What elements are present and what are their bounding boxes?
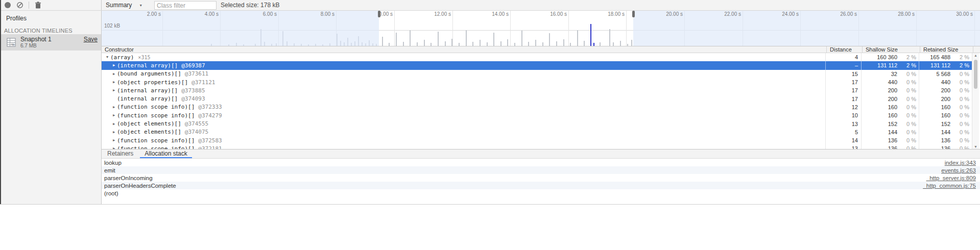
allocation-bar bbox=[590, 24, 591, 46]
perspective-select-label: Summary bbox=[106, 2, 132, 9]
column-header-retained-size[interactable]: Retained Size bbox=[920, 46, 973, 53]
retained-size-percent: 0 % bbox=[950, 79, 972, 85]
scrollbar-thumb[interactable] bbox=[974, 60, 977, 89]
clear-icon[interactable] bbox=[16, 2, 23, 11]
distance-cell: – bbox=[825, 61, 861, 69]
shallow-size-cell: 2000 % bbox=[861, 86, 919, 94]
constructor-cell: ▶(function scope info)[]@374279 bbox=[102, 111, 825, 119]
shallow-size-cell: 1360 % bbox=[861, 144, 919, 149]
stack-frame-row: lookupindex.js:343 bbox=[102, 159, 980, 166]
stack-frame-source-link[interactable]: index.js:343 bbox=[945, 160, 980, 166]
object-id: @374279 bbox=[198, 112, 222, 119]
constructor-name: (object elements)[] bbox=[117, 120, 181, 127]
tree-expander-icon[interactable]: ▶ bbox=[111, 88, 117, 92]
tree-expander-icon[interactable]: ▶ bbox=[111, 113, 117, 117]
allocation-timeline-overview[interactable]: 102 kB 2.00 s4.00 s6.00 s8.00 s10.00 s12… bbox=[102, 10, 980, 46]
grid-scrollbar[interactable]: ▲ ▼ bbox=[972, 53, 979, 149]
table-row[interactable]: ▶(object properties)[]@371121174400 %440… bbox=[102, 78, 972, 86]
tree-expander-icon[interactable]: ▼ bbox=[104, 55, 110, 59]
table-row[interactable]: ▶(internal array)[]@369387–131 1122 %131… bbox=[102, 61, 972, 69]
table-row[interactable]: ▶(object elements)[]@37407551440 %1440 % bbox=[102, 128, 972, 136]
grid-header-scroll-gap bbox=[973, 46, 980, 53]
allocation-bar bbox=[556, 41, 557, 46]
tab-allocation-stack-label: Allocation stack bbox=[145, 150, 187, 157]
sidebar-item-snapshot-1[interactable]: % Snapshot 1 6.7 MB Save bbox=[0, 34, 101, 51]
distance-cell: 17 bbox=[825, 86, 861, 94]
stack-frame-source-link[interactable]: _http_server.js:809 bbox=[926, 175, 980, 181]
allocation-bar bbox=[521, 31, 522, 46]
table-row[interactable]: ▶(function scope info)[]@372583141360 %1… bbox=[102, 136, 972, 144]
constructor-name: (object elements)[] bbox=[117, 129, 181, 135]
retained-size-value: 440 bbox=[919, 79, 950, 85]
object-id: @374555 bbox=[185, 120, 208, 127]
table-row[interactable]: ▼(array)×3154160 3602 %165 4882 % bbox=[102, 53, 972, 61]
sidebar-heading: Profiles bbox=[6, 15, 27, 22]
tree-expander-icon[interactable]: ▶ bbox=[111, 80, 117, 84]
table-row[interactable]: (internal array)[]@374093172000 %2000 % bbox=[102, 94, 972, 103]
retained-size-percent: 0 % bbox=[950, 87, 972, 93]
stack-frame-function: parserOnHeadersComplete bbox=[102, 183, 923, 189]
shallow-size-percent: 0 % bbox=[897, 79, 919, 85]
constructor-grid: ▼(array)×3154160 3602 %165 4882 %▶(inter… bbox=[102, 53, 972, 149]
distance-cell: 13 bbox=[825, 144, 861, 149]
table-row[interactable]: ▶(object elements)[]@374555131520 %1520 … bbox=[102, 119, 972, 128]
stack-frame-source-link[interactable]: _http_common.js:75 bbox=[923, 183, 980, 189]
column-header-distance[interactable]: Distance bbox=[826, 46, 862, 53]
save-link[interactable]: Save bbox=[84, 36, 98, 43]
distance-cell: 14 bbox=[825, 136, 861, 144]
table-row[interactable]: ▶(function scope info)[]@372333121600 %1… bbox=[102, 103, 972, 111]
retained-size-cell: 2000 % bbox=[919, 94, 972, 103]
table-row[interactable]: ▶(function scope info)[]@372181131360 %1… bbox=[102, 144, 972, 149]
column-header-constructor[interactable]: Constructor bbox=[102, 46, 826, 53]
allocation-bar bbox=[424, 40, 425, 46]
distance-cell: 17 bbox=[825, 78, 861, 86]
shallow-size-value: 200 bbox=[862, 87, 897, 93]
selection-handle-left[interactable] bbox=[378, 11, 380, 17]
shallow-size-percent: 0 % bbox=[897, 121, 919, 127]
tree-expander-icon[interactable]: ▶ bbox=[111, 72, 117, 76]
ruler-label: 24.00 s bbox=[758, 11, 799, 17]
allocation-bar bbox=[438, 32, 439, 46]
selection-handle-right[interactable] bbox=[632, 11, 635, 17]
shallow-size-value: 440 bbox=[862, 79, 897, 85]
tree-expander-icon[interactable]: ▶ bbox=[111, 138, 117, 142]
allocation-bar bbox=[600, 42, 601, 46]
details-tabbar: Retainers Allocation stack bbox=[102, 149, 980, 159]
table-row[interactable]: ▶(internal array)[]@373885172000 %2000 % bbox=[102, 86, 972, 94]
stack-frame-row: parserOnHeadersComplete_http_common.js:7… bbox=[102, 182, 980, 189]
profiles-sidebar: Profiles ALLOCATION TIMELINES % Snapshot… bbox=[0, 10, 102, 204]
record-button[interactable] bbox=[5, 2, 11, 8]
chevron-down-icon: ▼ bbox=[139, 1, 142, 11]
class-filter-input[interactable] bbox=[154, 1, 217, 10]
shallow-size-value: 200 bbox=[862, 96, 897, 102]
tree-expander-icon[interactable]: ▶ bbox=[111, 105, 117, 109]
tree-expander-icon[interactable]: ▶ bbox=[111, 130, 117, 134]
table-row[interactable]: ▶(bound arguments)[]@37361115320 %5 5680… bbox=[102, 70, 972, 78]
constructor-cell: ▶(internal array)[]@373885 bbox=[102, 86, 825, 94]
tab-allocation-stack[interactable]: Allocation stack bbox=[139, 149, 193, 158]
tree-expander-icon[interactable]: ▶ bbox=[111, 63, 117, 67]
constructor-cell: ▶(internal array)[]@369387 bbox=[102, 61, 825, 69]
shallow-size-value: 32 bbox=[862, 71, 897, 77]
distance-cell: 15 bbox=[825, 70, 861, 78]
shallow-size-percent: 0 % bbox=[897, 104, 919, 110]
scrollbar-up-icon[interactable]: ▲ bbox=[972, 54, 979, 57]
allocation-bar bbox=[631, 40, 632, 46]
perspective-select[interactable]: Summary▼ bbox=[106, 0, 142, 10]
tab-retainers[interactable]: Retainers bbox=[102, 149, 139, 158]
trash-icon[interactable] bbox=[35, 2, 41, 11]
column-header-shallow-size[interactable]: Shallow Size bbox=[862, 46, 920, 53]
constructor-cell: ▶(object elements)[]@374555 bbox=[102, 119, 825, 128]
allocation-bar bbox=[577, 30, 578, 46]
retained-size-percent: 0 % bbox=[950, 137, 972, 143]
stack-frame-source-link[interactable]: events.js:263 bbox=[941, 167, 980, 173]
object-id: @371121 bbox=[192, 79, 215, 86]
scrollbar-down-icon[interactable]: ▼ bbox=[972, 145, 979, 148]
ruler-label: 26.00 s bbox=[816, 11, 857, 17]
table-row[interactable]: ▶(function scope info)[]@374279101600 %1… bbox=[102, 111, 972, 119]
retained-size-cell: 1360 % bbox=[919, 136, 972, 144]
tree-expander-icon[interactable]: ▶ bbox=[111, 122, 117, 126]
active-tab-underline bbox=[140, 157, 192, 158]
retained-size-percent: 2 % bbox=[950, 54, 972, 60]
allocation-bar bbox=[382, 37, 383, 46]
